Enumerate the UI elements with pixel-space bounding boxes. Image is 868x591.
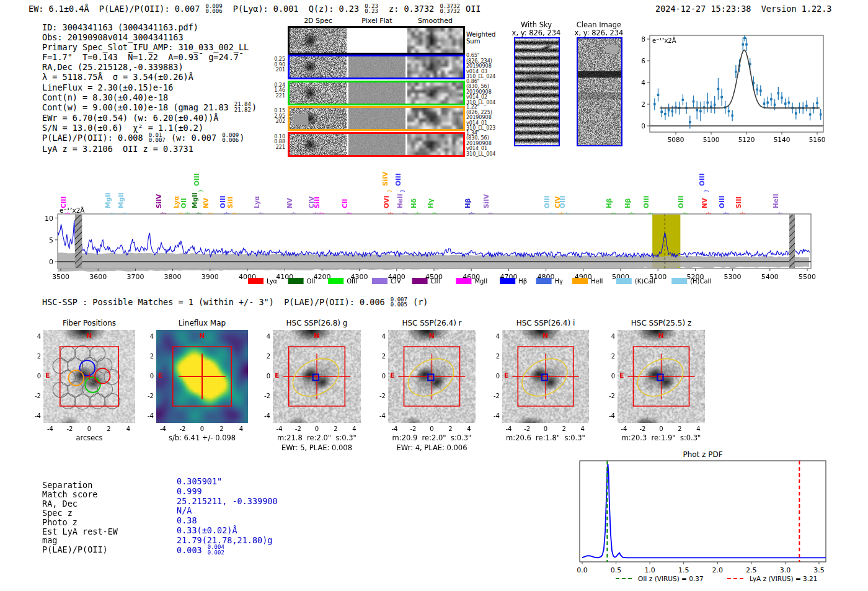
clean-image <box>578 38 621 145</box>
inset-data-point <box>784 102 787 105</box>
compass-north-label: N <box>542 332 548 340</box>
match-row-label: RA, Dec <box>42 499 78 509</box>
emission-line-label: OIII <box>642 195 650 208</box>
inset-y-tick-label: 0 <box>641 122 645 130</box>
inset-data-point <box>657 94 660 96</box>
cutout-y-tick-label: 4 <box>487 333 500 340</box>
legend-swatch <box>616 278 632 284</box>
inset-data-point <box>743 37 746 39</box>
match-row-value: N/A <box>177 505 192 515</box>
cutout-y-tick-label: 2 <box>373 353 386 360</box>
cutout-y-tick-label: 4 <box>603 333 615 340</box>
photz-x-tick-label: 2.0 <box>712 566 724 574</box>
inset-data-point <box>664 113 666 115</box>
inset-data-point <box>707 102 709 104</box>
inset-x-tick-label: 5160 <box>809 136 826 143</box>
photz-x-tick-label: 0.5 <box>611 566 622 574</box>
withsky-image <box>515 38 559 145</box>
match-marker-box <box>657 374 663 380</box>
photz-x-tick-label: 3.5 <box>813 566 825 574</box>
cutout-y-tick-label: -4 <box>487 412 500 419</box>
emission-line-label: SIII <box>735 197 742 208</box>
inset-data-point <box>731 115 733 117</box>
legend-swatch <box>500 278 515 284</box>
cutout-x-tick-label: -4 <box>618 425 631 432</box>
emission-line-brace: { <box>682 211 688 215</box>
emission-line-brace: { <box>703 189 709 193</box>
cutout-y-tick-label: -4 <box>373 412 386 419</box>
emission-line-label: Hδ <box>410 198 417 208</box>
emission-line-label: SiIV <box>482 193 490 208</box>
catalog-match-table: Separation0.305901"Match score0.999RA, D… <box>0 0 372 591</box>
cutout-x-tick-label: -2 <box>407 425 420 432</box>
inset-data-point <box>788 102 790 104</box>
match-row-label: Est LyA rest-EW <box>42 527 118 536</box>
cutout-x-tick-label: -4 <box>502 425 515 432</box>
inset-flux-units-label: e⁻¹⁷x2Å <box>652 37 676 44</box>
match-row-value: 21.79(21.78,21.80)g <box>177 535 272 545</box>
match-row-label: Spec z <box>42 508 73 518</box>
compass-north-label: N <box>658 332 664 340</box>
legend-swatch <box>536 278 552 284</box>
cutout-y-tick-label: 0 <box>603 373 615 380</box>
inset-data-point <box>809 113 812 116</box>
spectrum-x-tick-label: 5300 <box>724 273 742 281</box>
photz-x-tick-label: 1.0 <box>644 566 655 574</box>
cutout-overlay <box>618 330 705 423</box>
match-row-value: 0.999 <box>177 486 202 496</box>
cutout-y-tick-label: -2 <box>487 393 500 399</box>
emission-line-brace: { <box>432 211 438 215</box>
cutout-xlabel: m:20.6 re:1.8" s:0.3" <box>487 433 604 442</box>
sky-panel-title: Clean Image <box>562 20 636 29</box>
inset-data-point <box>777 92 780 95</box>
emission-line-brace: { <box>610 211 616 215</box>
spectrum-x-tick-label: 5500 <box>799 273 816 281</box>
cutout-title: HSC SSP(25.5) z <box>602 319 720 327</box>
emission-line-brace: { <box>777 211 783 215</box>
cutout-x-tick-label: -4 <box>389 425 401 432</box>
emission-line-brace: { <box>386 189 392 193</box>
legend-swatch <box>456 278 471 284</box>
emission-line-label: OIII <box>394 173 402 186</box>
cutout-xlabel: m:20.9 re:2.0" s:0.3" <box>373 433 491 442</box>
emission-line-label: Hβ <box>624 198 631 208</box>
inset-data-point <box>668 109 670 112</box>
inset-data-point <box>682 99 684 101</box>
inset-data-point <box>763 102 766 105</box>
inset-data-point <box>671 110 674 113</box>
inset-data-point <box>766 102 769 104</box>
cutout-x-tick-label: 2 <box>445 425 457 432</box>
emission-line-label: HeII <box>772 193 779 208</box>
inset-data-point <box>770 98 773 100</box>
emission-line-brace: { <box>548 211 554 215</box>
cutout-x-tick-label: 4 <box>463 425 476 432</box>
sky-panel-coords: x, y: 826, 234 <box>562 29 636 37</box>
match-row-value: 0.38 <box>177 515 197 525</box>
inset-data-point <box>653 103 656 105</box>
emission-line-label: OIII <box>559 195 566 208</box>
catalog-ellipse <box>402 351 460 404</box>
inset-y-tick-label: 6 <box>641 57 645 64</box>
inset-data-point <box>689 121 691 123</box>
emission-line-brace: { <box>469 211 475 215</box>
emission-line-brace: { <box>564 211 570 215</box>
inset-x-tick-label: 5100 <box>703 136 720 143</box>
legend-label: (K)CaII <box>635 278 655 285</box>
inset-x-tick-label: 5120 <box>738 136 755 143</box>
timestamp-version: 2024-12-27 15:23:38 Version 1.22.3 <box>655 4 831 14</box>
legend-swatch <box>671 278 687 284</box>
legend-label: MgII <box>474 278 487 285</box>
cutout-x-tick-label: 0 <box>426 425 438 432</box>
inset-y-tick-label: 4 <box>641 79 645 86</box>
match-row-value: 0.305901" <box>177 476 222 486</box>
cutout-y-tick-label: -2 <box>603 393 615 399</box>
match-row-value: 0.003 0.0040.002 <box>177 545 225 556</box>
emission-line-label: Hγ <box>427 198 434 208</box>
photz-legend-label: OII z (VIRUS) = 0.37 <box>638 575 704 582</box>
legend-swatch <box>572 278 588 284</box>
inset-y-tick-label: 2 <box>641 100 645 108</box>
inset-data-point <box>805 105 808 107</box>
legend-label: Hβ <box>518 278 527 285</box>
inset-data-point <box>756 89 758 91</box>
catalog-ellipse <box>516 351 574 403</box>
